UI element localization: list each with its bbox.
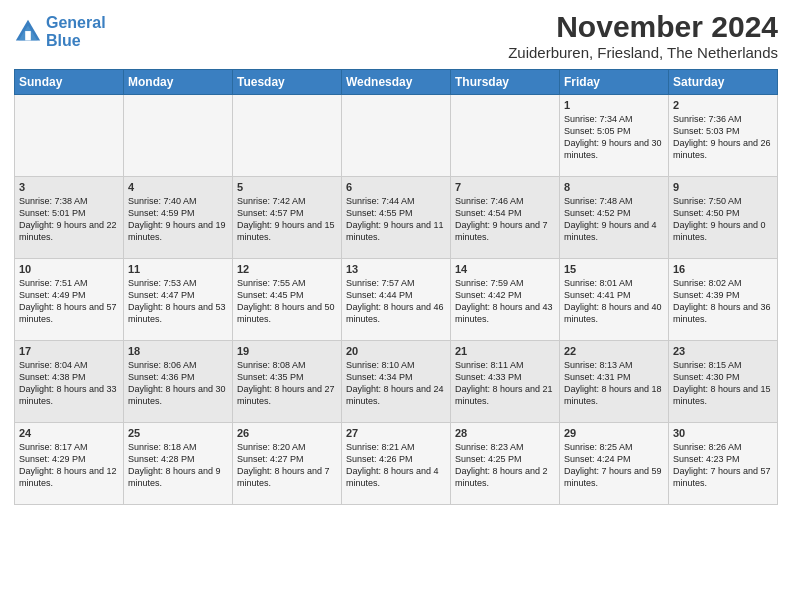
day-info: Sunrise: 8:11 AM Sunset: 4:33 PM Dayligh…	[455, 359, 555, 408]
day-number: 3	[19, 181, 119, 193]
day-info: Sunrise: 8:23 AM Sunset: 4:25 PM Dayligh…	[455, 441, 555, 490]
header: General Blue November 2024 Zuiderburen, …	[14, 10, 778, 61]
day-number: 26	[237, 427, 337, 439]
calendar-table: Sunday Monday Tuesday Wednesday Thursday…	[14, 69, 778, 505]
day-info: Sunrise: 7:59 AM Sunset: 4:42 PM Dayligh…	[455, 277, 555, 326]
day-number: 28	[455, 427, 555, 439]
title-area: November 2024 Zuiderburen, Friesland, Th…	[508, 10, 778, 61]
calendar-cell: 28Sunrise: 8:23 AM Sunset: 4:25 PM Dayli…	[451, 423, 560, 505]
day-number: 24	[19, 427, 119, 439]
day-number: 21	[455, 345, 555, 357]
calendar-cell	[15, 95, 124, 177]
day-info: Sunrise: 7:46 AM Sunset: 4:54 PM Dayligh…	[455, 195, 555, 244]
day-number: 14	[455, 263, 555, 275]
day-info: Sunrise: 7:42 AM Sunset: 4:57 PM Dayligh…	[237, 195, 337, 244]
day-number: 20	[346, 345, 446, 357]
logo-icon	[14, 18, 42, 46]
day-info: Sunrise: 8:02 AM Sunset: 4:39 PM Dayligh…	[673, 277, 773, 326]
calendar-cell: 11Sunrise: 7:53 AM Sunset: 4:47 PM Dayli…	[124, 259, 233, 341]
location-subtitle: Zuiderburen, Friesland, The Netherlands	[508, 44, 778, 61]
day-number: 23	[673, 345, 773, 357]
day-info: Sunrise: 7:55 AM Sunset: 4:45 PM Dayligh…	[237, 277, 337, 326]
calendar-cell: 4Sunrise: 7:40 AM Sunset: 4:59 PM Daylig…	[124, 177, 233, 259]
calendar-cell: 26Sunrise: 8:20 AM Sunset: 4:27 PM Dayli…	[233, 423, 342, 505]
calendar-cell: 22Sunrise: 8:13 AM Sunset: 4:31 PM Dayli…	[560, 341, 669, 423]
day-number: 7	[455, 181, 555, 193]
day-info: Sunrise: 7:51 AM Sunset: 4:49 PM Dayligh…	[19, 277, 119, 326]
calendar-cell: 16Sunrise: 8:02 AM Sunset: 4:39 PM Dayli…	[669, 259, 778, 341]
calendar-week-0: 1Sunrise: 7:34 AM Sunset: 5:05 PM Daylig…	[15, 95, 778, 177]
calendar-week-4: 24Sunrise: 8:17 AM Sunset: 4:29 PM Dayli…	[15, 423, 778, 505]
day-number: 25	[128, 427, 228, 439]
day-number: 2	[673, 99, 773, 111]
day-number: 4	[128, 181, 228, 193]
col-friday: Friday	[560, 70, 669, 95]
calendar-cell: 18Sunrise: 8:06 AM Sunset: 4:36 PM Dayli…	[124, 341, 233, 423]
calendar-cell: 24Sunrise: 8:17 AM Sunset: 4:29 PM Dayli…	[15, 423, 124, 505]
calendar-cell: 9Sunrise: 7:50 AM Sunset: 4:50 PM Daylig…	[669, 177, 778, 259]
day-number: 13	[346, 263, 446, 275]
col-monday: Monday	[124, 70, 233, 95]
col-tuesday: Tuesday	[233, 70, 342, 95]
day-number: 12	[237, 263, 337, 275]
day-info: Sunrise: 8:21 AM Sunset: 4:26 PM Dayligh…	[346, 441, 446, 490]
calendar-cell: 8Sunrise: 7:48 AM Sunset: 4:52 PM Daylig…	[560, 177, 669, 259]
day-number: 19	[237, 345, 337, 357]
day-info: Sunrise: 8:25 AM Sunset: 4:24 PM Dayligh…	[564, 441, 664, 490]
day-info: Sunrise: 8:08 AM Sunset: 4:35 PM Dayligh…	[237, 359, 337, 408]
day-info: Sunrise: 7:57 AM Sunset: 4:44 PM Dayligh…	[346, 277, 446, 326]
col-saturday: Saturday	[669, 70, 778, 95]
day-info: Sunrise: 7:50 AM Sunset: 4:50 PM Dayligh…	[673, 195, 773, 244]
calendar-cell: 29Sunrise: 8:25 AM Sunset: 4:24 PM Dayli…	[560, 423, 669, 505]
day-info: Sunrise: 8:26 AM Sunset: 4:23 PM Dayligh…	[673, 441, 773, 490]
calendar-cell: 7Sunrise: 7:46 AM Sunset: 4:54 PM Daylig…	[451, 177, 560, 259]
calendar-cell: 12Sunrise: 7:55 AM Sunset: 4:45 PM Dayli…	[233, 259, 342, 341]
calendar-cell: 13Sunrise: 7:57 AM Sunset: 4:44 PM Dayli…	[342, 259, 451, 341]
calendar-cell	[451, 95, 560, 177]
day-number: 11	[128, 263, 228, 275]
calendar-cell: 27Sunrise: 8:21 AM Sunset: 4:26 PM Dayli…	[342, 423, 451, 505]
calendar-cell	[233, 95, 342, 177]
calendar-header-row: Sunday Monday Tuesday Wednesday Thursday…	[15, 70, 778, 95]
day-number: 18	[128, 345, 228, 357]
calendar-week-1: 3Sunrise: 7:38 AM Sunset: 5:01 PM Daylig…	[15, 177, 778, 259]
calendar-cell: 17Sunrise: 8:04 AM Sunset: 4:38 PM Dayli…	[15, 341, 124, 423]
day-number: 6	[346, 181, 446, 193]
calendar-cell: 6Sunrise: 7:44 AM Sunset: 4:55 PM Daylig…	[342, 177, 451, 259]
day-number: 29	[564, 427, 664, 439]
calendar-cell: 1Sunrise: 7:34 AM Sunset: 5:05 PM Daylig…	[560, 95, 669, 177]
col-wednesday: Wednesday	[342, 70, 451, 95]
day-info: Sunrise: 8:13 AM Sunset: 4:31 PM Dayligh…	[564, 359, 664, 408]
calendar-cell: 10Sunrise: 7:51 AM Sunset: 4:49 PM Dayli…	[15, 259, 124, 341]
day-info: Sunrise: 7:36 AM Sunset: 5:03 PM Dayligh…	[673, 113, 773, 162]
calendar-cell: 25Sunrise: 8:18 AM Sunset: 4:28 PM Dayli…	[124, 423, 233, 505]
calendar-cell: 15Sunrise: 8:01 AM Sunset: 4:41 PM Dayli…	[560, 259, 669, 341]
calendar-cell: 19Sunrise: 8:08 AM Sunset: 4:35 PM Dayli…	[233, 341, 342, 423]
svg-rect-2	[25, 31, 31, 40]
day-info: Sunrise: 7:34 AM Sunset: 5:05 PM Dayligh…	[564, 113, 664, 162]
calendar-week-3: 17Sunrise: 8:04 AM Sunset: 4:38 PM Dayli…	[15, 341, 778, 423]
day-info: Sunrise: 7:44 AM Sunset: 4:55 PM Dayligh…	[346, 195, 446, 244]
day-info: Sunrise: 7:53 AM Sunset: 4:47 PM Dayligh…	[128, 277, 228, 326]
day-info: Sunrise: 8:06 AM Sunset: 4:36 PM Dayligh…	[128, 359, 228, 408]
day-number: 22	[564, 345, 664, 357]
day-info: Sunrise: 7:48 AM Sunset: 4:52 PM Dayligh…	[564, 195, 664, 244]
col-sunday: Sunday	[15, 70, 124, 95]
day-info: Sunrise: 8:10 AM Sunset: 4:34 PM Dayligh…	[346, 359, 446, 408]
col-thursday: Thursday	[451, 70, 560, 95]
day-info: Sunrise: 8:17 AM Sunset: 4:29 PM Dayligh…	[19, 441, 119, 490]
calendar-cell: 2Sunrise: 7:36 AM Sunset: 5:03 PM Daylig…	[669, 95, 778, 177]
calendar-cell: 20Sunrise: 8:10 AM Sunset: 4:34 PM Dayli…	[342, 341, 451, 423]
day-number: 17	[19, 345, 119, 357]
calendar-cell: 3Sunrise: 7:38 AM Sunset: 5:01 PM Daylig…	[15, 177, 124, 259]
day-number: 27	[346, 427, 446, 439]
calendar-cell	[124, 95, 233, 177]
page: General Blue November 2024 Zuiderburen, …	[0, 0, 792, 612]
day-info: Sunrise: 8:04 AM Sunset: 4:38 PM Dayligh…	[19, 359, 119, 408]
calendar-cell: 5Sunrise: 7:42 AM Sunset: 4:57 PM Daylig…	[233, 177, 342, 259]
logo-text: General Blue	[46, 14, 106, 49]
day-number: 15	[564, 263, 664, 275]
calendar-cell: 14Sunrise: 7:59 AM Sunset: 4:42 PM Dayli…	[451, 259, 560, 341]
day-number: 8	[564, 181, 664, 193]
calendar-cell	[342, 95, 451, 177]
